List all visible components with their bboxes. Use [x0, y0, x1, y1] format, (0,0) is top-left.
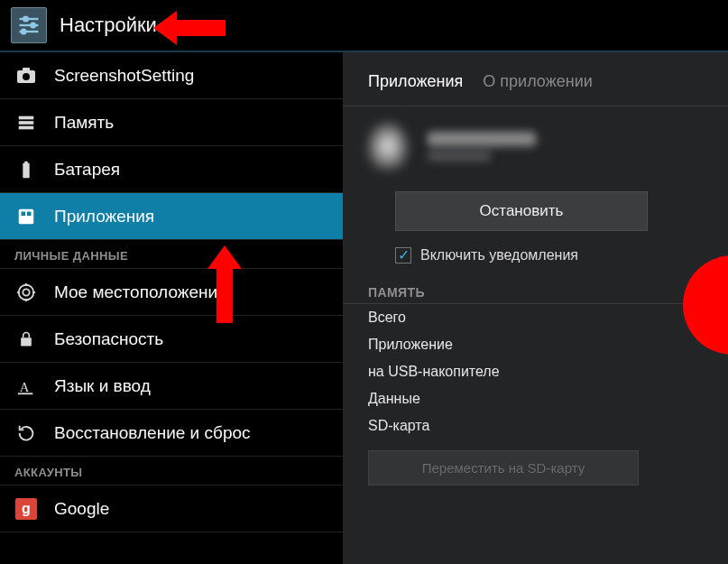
storage-total-row: Всего	[343, 304, 728, 331]
sidebar-item-battery[interactable]: Батарея	[0, 146, 343, 193]
sidebar-item-label: ScreenshotSetting	[54, 66, 194, 86]
sidebar-item-label: Восстановление и сброс	[54, 423, 251, 443]
annotation-arrow-sidebar	[207, 245, 242, 323]
svg-rect-13	[24, 161, 28, 163]
section-header-accounts: АККАУНТЫ	[0, 457, 343, 485]
svg-rect-25	[18, 393, 33, 394]
svg-point-17	[23, 289, 29, 295]
sidebar-item-label: Язык и ввод	[54, 376, 151, 396]
location-icon	[14, 281, 38, 304]
sidebar-item-google[interactable]: g Google	[0, 485, 343, 532]
apps-icon	[14, 205, 38, 228]
storage-app-row: Приложение	[343, 331, 728, 358]
annotation-arrow-header	[153, 11, 226, 45]
svg-rect-10	[19, 121, 34, 125]
app-name-blurred	[428, 132, 536, 161]
notifications-checkbox-row[interactable]: ✓ Включить уведомления	[343, 240, 728, 280]
sidebar-item-label: Батарея	[54, 160, 120, 180]
svg-point-7	[23, 73, 30, 80]
svg-rect-12	[23, 162, 29, 178]
sidebar-item-label: Приложения	[54, 207, 154, 227]
battery-icon	[14, 158, 38, 181]
svg-point-18	[19, 284, 34, 300]
move-to-sd-button: Переместить на SD-карту	[368, 450, 639, 485]
sidebar-item-apps[interactable]: Приложения	[0, 193, 343, 240]
svg-rect-11	[19, 125, 34, 129]
app-header: Настройки	[0, 0, 728, 52]
sidebar-item-label: Безопасность	[54, 329, 163, 349]
sidebar-item-language[interactable]: A Язык и ввод	[0, 363, 343, 410]
sidebar-item-backup-reset[interactable]: Восстановление и сброс	[0, 410, 343, 457]
checkbox-icon: ✓	[395, 247, 411, 264]
sidebar-item-label: Мое местоположение	[54, 282, 227, 302]
settings-app-icon	[11, 7, 47, 43]
app-info-row	[343, 106, 728, 175]
svg-rect-23	[21, 337, 32, 346]
svg-rect-16	[27, 211, 32, 216]
checkbox-label: Включить уведомления	[420, 247, 578, 264]
svg-point-5	[22, 30, 26, 34]
sidebar-item-label: Google	[54, 499, 109, 519]
settings-sidebar: ScreenshotSetting Память Батарея Приложе…	[0, 52, 343, 564]
section-header-personal: ЛИЧНЫЕ ДАННЫЕ	[0, 240, 343, 269]
refresh-icon	[14, 421, 38, 445]
camera-icon	[14, 64, 38, 88]
tab-apps[interactable]: Приложения	[368, 72, 463, 97]
svg-rect-9	[19, 116, 34, 119]
storage-section-header: ПАМЯТЬ	[343, 280, 728, 304]
svg-point-1	[23, 17, 28, 22]
tab-about-app[interactable]: О приложении	[483, 72, 592, 97]
svg-rect-8	[23, 68, 30, 71]
lock-icon	[14, 328, 38, 351]
storage-icon	[14, 111, 38, 134]
svg-rect-15	[22, 211, 26, 216]
sidebar-item-security[interactable]: Безопасность	[0, 316, 343, 363]
language-icon: A	[14, 374, 38, 398]
storage-sd-row: SD-карта	[343, 412, 728, 439]
storage-usb-row: на USB-накопителе	[343, 358, 728, 385]
storage-data-row: Данные	[343, 385, 728, 412]
content-pane: Приложения О приложении Остановить ✓ Вкл…	[343, 52, 728, 564]
sidebar-item-screenshot[interactable]: ScreenshotSetting	[0, 52, 343, 99]
svg-point-3	[31, 23, 35, 28]
svg-text:A: A	[20, 379, 30, 393]
sidebar-item-storage[interactable]: Память	[0, 99, 343, 146]
svg-rect-14	[19, 208, 34, 224]
page-title: Настройки	[60, 14, 157, 37]
content-tabs: Приложения О приложении	[343, 52, 728, 106]
app-avatar-icon	[368, 123, 408, 170]
google-icon: g	[14, 497, 38, 521]
stop-button[interactable]: Остановить	[395, 191, 648, 231]
sidebar-item-location[interactable]: Мое местоположение	[0, 269, 343, 316]
sidebar-item-label: Память	[54, 113, 114, 133]
